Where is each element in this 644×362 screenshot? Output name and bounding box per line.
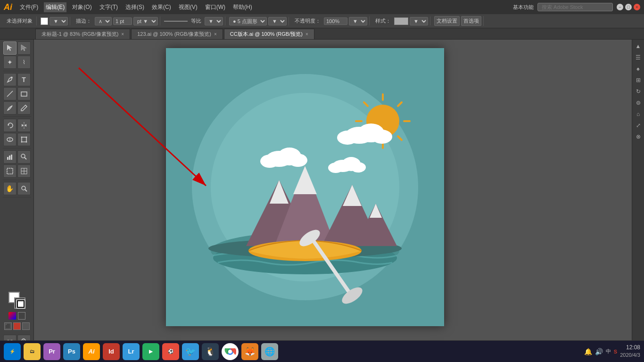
stroke-dropdown[interactable]: ▼ [50,17,68,25]
tb-style: 样式： ▼ [372,16,430,25]
canvas-area[interactable] [34,40,632,350]
preferences-button[interactable]: 首选项 [461,16,481,26]
svg-marker-0 [7,45,12,51]
pen-tool[interactable] [3,73,17,86]
fill-stroke-indicator[interactable] [16,299,25,309]
fill-color-box[interactable] [41,17,48,25]
tab-2-label: CC版本.ai @ 100% (RGB/预览) [230,31,303,38]
type-tool[interactable]: T [17,73,31,86]
symbol-spray-tool[interactable] [17,150,31,164]
taskbar-folder[interactable]: 🗂 [24,343,41,360]
menu-window[interactable]: 窗口(W) [203,2,227,12]
free-transform-tool[interactable] [17,133,31,146]
taskbar-photoshop[interactable]: Ps [63,343,80,360]
direct-select-tool[interactable] [17,41,31,55]
svg-marker-1 [21,45,26,51]
style-color-box[interactable] [394,17,408,25]
tab-1[interactable]: 123.ai @ 100% (RGB/像素预览) × [131,29,223,39]
taskbar-thunder[interactable]: ⚡ [4,343,21,360]
right-panel-btn-2[interactable]: ♠ [634,64,643,74]
taskbar-illustrator[interactable]: Ai [83,343,100,360]
taskbar-penguin[interactable]: 🐧 [202,343,219,360]
time-display: 12:08 2020/4/3 [620,344,640,359]
taskbar-bird[interactable]: 🐦 [182,343,199,360]
taskbar-ball[interactable]: ⚽ [162,343,179,360]
svg-point-71 [351,162,366,173]
tb-no-select: 未选择对象 [3,16,37,25]
tabs-bar: 未标题-1 @ 83% (RGB/像素预览) × 123.ai @ 100% (… [0,28,644,40]
line-tool[interactable] [3,87,17,100]
right-panel-scroll-up[interactable]: ▲ [634,41,643,51]
menu-view[interactable]: 视图(V) [177,2,199,12]
clock-time: 12:08 [620,344,640,352]
pencil-tool[interactable] [17,101,31,115]
none-button[interactable] [18,312,25,320]
ratio-label: 等比 [189,16,203,25]
rect-tool[interactable] [17,87,31,100]
right-panel-btn-3[interactable]: ⊞ [634,75,643,85]
warp-tool[interactable] [3,133,17,146]
right-panel-btn-7[interactable]: ⤢ [634,121,643,130]
tab-1-close[interactable]: × [214,32,217,37]
doc-settings-button[interactable]: 文档设置 [434,16,460,26]
menu-text[interactable]: 文字(T) [98,2,120,12]
opacity-dropdown[interactable]: ▼ [349,17,367,25]
points-dropdown[interactable]: ▼ [268,17,287,25]
titlebar-left: Ai 文件(F) 编辑(E) 对象(O) 文字(T) 选择(S) 效果(C) 视… [4,2,254,12]
taskbar-indesign[interactable]: Id [103,343,120,360]
ratio-select[interactable]: ▼ [205,17,223,25]
stroke-type-select[interactable]: ∧ [95,17,112,25]
artboard-tool[interactable] [3,165,17,178]
line-style-box[interactable] [164,21,188,22]
stroke-unit-select[interactable]: pt ▼ [133,17,158,25]
rotate-tool[interactable] [3,119,17,132]
hand-tool[interactable]: ✋ [3,182,17,195]
menu-select[interactable]: 选择(S) [124,2,146,12]
menu-object[interactable]: 对象(O) [70,2,93,12]
taskbar-media[interactable]: ▶ [142,343,159,360]
select-tool[interactable] [3,41,17,55]
menu-file[interactable]: 文件(F) [18,2,40,12]
tb-color: ▼ [39,17,70,25]
tool-divider-5 [3,197,31,197]
menu-edit[interactable]: 编辑(E) [44,2,66,12]
gradient-mode-btn[interactable] [13,322,21,330]
points-select[interactable]: ● 5 点圆形 [229,17,267,25]
mode-buttons: ⬛ [4,322,30,330]
taskbar-chrome[interactable] [222,343,239,360]
color-mode-btn[interactable]: ⬛ [4,322,12,330]
paintbrush-tool[interactable] [3,101,17,115]
right-panel-btn-5[interactable]: ⊚ [634,98,643,107]
taskbar-firefox[interactable]: 🦊 [241,343,258,360]
tab-0[interactable]: 未标题-1 @ 83% (RGB/像素预览) × [35,29,130,39]
stroke-value-input[interactable] [113,17,132,25]
right-panel-btn-1[interactable]: ☰ [634,53,643,62]
ai-logo: Ai [4,2,12,12]
taskbar-premiere[interactable]: Pr [43,343,60,360]
pattern-mode-btn[interactable] [22,322,30,330]
search-input[interactable] [537,3,613,11]
reflect-tool[interactable] [17,119,31,132]
tool-row-9 [1,165,33,178]
slice-tool[interactable] [17,165,31,178]
right-panel-btn-4[interactable]: ↻ [634,87,643,96]
lasso-tool[interactable]: ⌇ [17,56,31,69]
taskbar-globe[interactable]: 🌐 [261,343,278,360]
graph-tool[interactable] [3,150,17,164]
tab-2-close[interactable]: × [305,32,308,37]
right-panel-btn-6[interactable]: ⌂ [634,109,643,119]
menu-effect[interactable]: 效果(C) [150,2,173,12]
minimize-button[interactable]: − [617,4,623,10]
right-panel-btn-8[interactable]: ⊗ [634,132,643,141]
gradient-button[interactable] [8,312,16,320]
opacity-input[interactable] [324,17,347,25]
menu-help[interactable]: 帮助(H) [231,2,254,12]
tab-2[interactable]: CC版本.ai @ 100% (RGB/预览) × [224,29,314,39]
tab-0-close[interactable]: × [121,32,124,37]
taskbar-lightroom[interactable]: Lr [123,343,140,360]
zoom-tool[interactable] [17,182,31,195]
maximize-button[interactable]: □ [625,4,632,10]
style-dropdown[interactable]: ▼ [410,17,428,25]
magic-wand-tool[interactable]: ✦ [3,56,17,69]
close-button[interactable]: × [634,4,640,10]
